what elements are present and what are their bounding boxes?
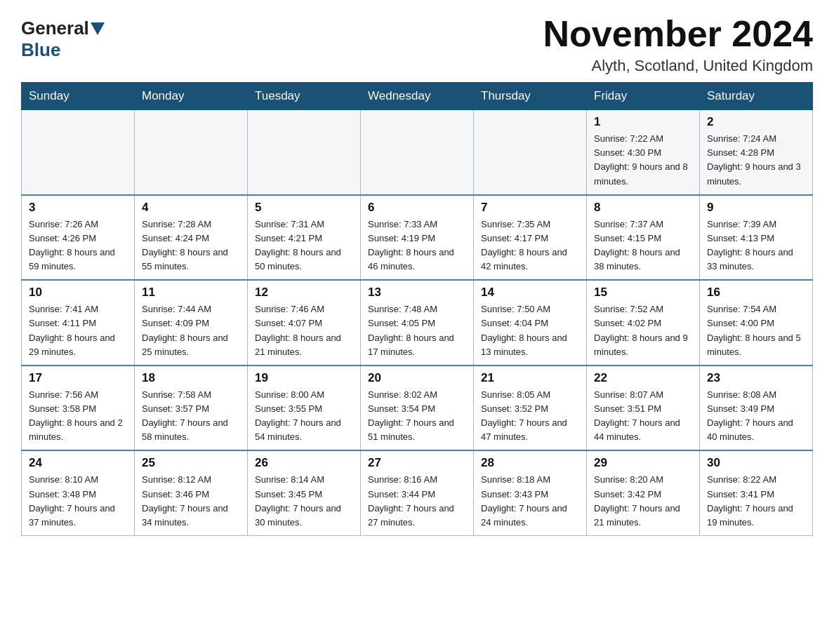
week-row-1: 1Sunrise: 7:22 AMSunset: 4:30 PMDaylight… xyxy=(22,110,813,195)
calendar-cell: 29Sunrise: 8:20 AMSunset: 3:42 PMDayligh… xyxy=(587,450,700,535)
day-info: Sunrise: 7:28 AMSunset: 4:24 PMDaylight:… xyxy=(142,217,240,274)
calendar-cell: 12Sunrise: 7:46 AMSunset: 4:07 PMDayligh… xyxy=(248,280,361,365)
day-info: Sunrise: 8:07 AMSunset: 3:51 PMDaylight:… xyxy=(594,388,692,445)
day-number: 3 xyxy=(29,201,127,215)
page-subtitle: Alyth, Scotland, United Kingdom xyxy=(543,57,813,75)
calendar-table: Sunday Monday Tuesday Wednesday Thursday… xyxy=(21,82,813,536)
day-info: Sunrise: 8:08 AMSunset: 3:49 PMDaylight:… xyxy=(707,388,805,445)
calendar-cell: 20Sunrise: 8:02 AMSunset: 3:54 PMDayligh… xyxy=(361,365,474,451)
day-number: 21 xyxy=(481,371,579,385)
calendar-cell: 21Sunrise: 8:05 AMSunset: 3:52 PMDayligh… xyxy=(474,365,587,451)
day-info: Sunrise: 7:37 AMSunset: 4:15 PMDaylight:… xyxy=(594,217,692,274)
day-info: Sunrise: 7:22 AMSunset: 4:30 PMDaylight:… xyxy=(594,132,692,189)
calendar-cell: 30Sunrise: 8:22 AMSunset: 3:41 PMDayligh… xyxy=(700,450,813,535)
logo-triangle-icon xyxy=(91,22,105,35)
day-info: Sunrise: 7:39 AMSunset: 4:13 PMDaylight:… xyxy=(707,217,805,274)
calendar-cell: 13Sunrise: 7:48 AMSunset: 4:05 PMDayligh… xyxy=(361,280,474,365)
day-number: 28 xyxy=(481,456,579,470)
calendar-cell: 8Sunrise: 7:37 AMSunset: 4:15 PMDaylight… xyxy=(587,195,700,281)
day-info: Sunrise: 7:54 AMSunset: 4:00 PMDaylight:… xyxy=(707,302,805,359)
day-number: 25 xyxy=(142,456,240,470)
day-number: 4 xyxy=(142,201,240,215)
calendar-cell: 19Sunrise: 8:00 AMSunset: 3:55 PMDayligh… xyxy=(248,365,361,451)
day-number: 11 xyxy=(142,286,240,300)
day-number: 14 xyxy=(481,286,579,300)
day-info: Sunrise: 8:12 AMSunset: 3:46 PMDaylight:… xyxy=(142,473,240,530)
calendar-cell: 4Sunrise: 7:28 AMSunset: 4:24 PMDaylight… xyxy=(135,195,248,281)
week-row-4: 17Sunrise: 7:56 AMSunset: 3:58 PMDayligh… xyxy=(22,365,813,451)
day-info: Sunrise: 8:14 AMSunset: 3:45 PMDaylight:… xyxy=(255,473,353,530)
col-friday: Friday xyxy=(587,83,700,110)
col-saturday: Saturday xyxy=(700,83,813,110)
day-number: 2 xyxy=(707,115,805,129)
day-number: 30 xyxy=(707,456,805,470)
day-info: Sunrise: 7:24 AMSunset: 4:28 PMDaylight:… xyxy=(707,132,805,189)
day-number: 8 xyxy=(594,201,692,215)
day-info: Sunrise: 7:52 AMSunset: 4:02 PMDaylight:… xyxy=(594,302,692,359)
day-number: 10 xyxy=(29,286,127,300)
week-row-2: 3Sunrise: 7:26 AMSunset: 4:26 PMDaylight… xyxy=(22,195,813,281)
day-info: Sunrise: 7:41 AMSunset: 4:11 PMDaylight:… xyxy=(29,302,127,359)
day-number: 7 xyxy=(481,201,579,215)
day-info: Sunrise: 8:02 AMSunset: 3:54 PMDaylight:… xyxy=(368,388,466,445)
week-row-5: 24Sunrise: 8:10 AMSunset: 3:48 PMDayligh… xyxy=(22,450,813,535)
title-block: November 2024 Alyth, Scotland, United Ki… xyxy=(543,14,813,75)
day-info: Sunrise: 7:44 AMSunset: 4:09 PMDaylight:… xyxy=(142,302,240,359)
col-tuesday: Tuesday xyxy=(248,83,361,110)
day-number: 20 xyxy=(368,371,466,385)
logo-blue-text: Blue xyxy=(21,39,60,61)
day-number: 26 xyxy=(255,456,353,470)
day-number: 22 xyxy=(594,371,692,385)
calendar-cell: 11Sunrise: 7:44 AMSunset: 4:09 PMDayligh… xyxy=(135,280,248,365)
day-number: 29 xyxy=(594,456,692,470)
calendar-cell: 16Sunrise: 7:54 AMSunset: 4:00 PMDayligh… xyxy=(700,280,813,365)
day-info: Sunrise: 8:10 AMSunset: 3:48 PMDaylight:… xyxy=(29,473,127,530)
calendar-cell: 18Sunrise: 7:58 AMSunset: 3:57 PMDayligh… xyxy=(135,365,248,451)
day-info: Sunrise: 7:46 AMSunset: 4:07 PMDaylight:… xyxy=(255,302,353,359)
day-number: 13 xyxy=(368,286,466,300)
col-sunday: Sunday xyxy=(22,83,135,110)
week-row-3: 10Sunrise: 7:41 AMSunset: 4:11 PMDayligh… xyxy=(22,280,813,365)
calendar-cell xyxy=(135,110,248,195)
calendar-cell: 25Sunrise: 8:12 AMSunset: 3:46 PMDayligh… xyxy=(135,450,248,535)
calendar-cell: 15Sunrise: 7:52 AMSunset: 4:02 PMDayligh… xyxy=(587,280,700,365)
logo-general-text: General xyxy=(21,18,89,39)
calendar-cell xyxy=(474,110,587,195)
day-number: 23 xyxy=(707,371,805,385)
day-info: Sunrise: 7:50 AMSunset: 4:04 PMDaylight:… xyxy=(481,302,579,359)
calendar-cell: 3Sunrise: 7:26 AMSunset: 4:26 PMDaylight… xyxy=(22,195,135,281)
day-info: Sunrise: 8:22 AMSunset: 3:41 PMDaylight:… xyxy=(707,473,805,530)
day-number: 16 xyxy=(707,286,805,300)
page-header: General Blue November 2024 Alyth, Scotla… xyxy=(21,14,813,75)
calendar-cell: 24Sunrise: 8:10 AMSunset: 3:48 PMDayligh… xyxy=(22,450,135,535)
page-title: November 2024 xyxy=(543,14,813,54)
day-number: 5 xyxy=(255,201,353,215)
col-thursday: Thursday xyxy=(474,83,587,110)
day-info: Sunrise: 7:48 AMSunset: 4:05 PMDaylight:… xyxy=(368,302,466,359)
day-info: Sunrise: 7:56 AMSunset: 3:58 PMDaylight:… xyxy=(29,388,127,445)
day-info: Sunrise: 8:20 AMSunset: 3:42 PMDaylight:… xyxy=(594,473,692,530)
calendar-cell: 27Sunrise: 8:16 AMSunset: 3:44 PMDayligh… xyxy=(361,450,474,535)
day-info: Sunrise: 8:16 AMSunset: 3:44 PMDaylight:… xyxy=(368,473,466,530)
day-number: 27 xyxy=(368,456,466,470)
calendar-cell xyxy=(22,110,135,195)
calendar-cell: 9Sunrise: 7:39 AMSunset: 4:13 PMDaylight… xyxy=(700,195,813,281)
day-number: 12 xyxy=(255,286,353,300)
day-number: 6 xyxy=(368,201,466,215)
day-number: 9 xyxy=(707,201,805,215)
calendar-cell: 5Sunrise: 7:31 AMSunset: 4:21 PMDaylight… xyxy=(248,195,361,281)
calendar-cell: 2Sunrise: 7:24 AMSunset: 4:28 PMDaylight… xyxy=(700,110,813,195)
day-number: 1 xyxy=(594,115,692,129)
logo: General Blue xyxy=(21,14,106,61)
calendar-header-row: Sunday Monday Tuesday Wednesday Thursday… xyxy=(22,83,813,110)
calendar-cell: 6Sunrise: 7:33 AMSunset: 4:19 PMDaylight… xyxy=(361,195,474,281)
calendar-cell: 23Sunrise: 8:08 AMSunset: 3:49 PMDayligh… xyxy=(700,365,813,451)
day-info: Sunrise: 8:18 AMSunset: 3:43 PMDaylight:… xyxy=(481,473,579,530)
calendar-cell: 17Sunrise: 7:56 AMSunset: 3:58 PMDayligh… xyxy=(22,365,135,451)
calendar-cell: 1Sunrise: 7:22 AMSunset: 4:30 PMDaylight… xyxy=(587,110,700,195)
calendar-cell xyxy=(248,110,361,195)
col-wednesday: Wednesday xyxy=(361,83,474,110)
calendar-cell xyxy=(361,110,474,195)
col-monday: Monday xyxy=(135,83,248,110)
calendar-cell: 14Sunrise: 7:50 AMSunset: 4:04 PMDayligh… xyxy=(474,280,587,365)
